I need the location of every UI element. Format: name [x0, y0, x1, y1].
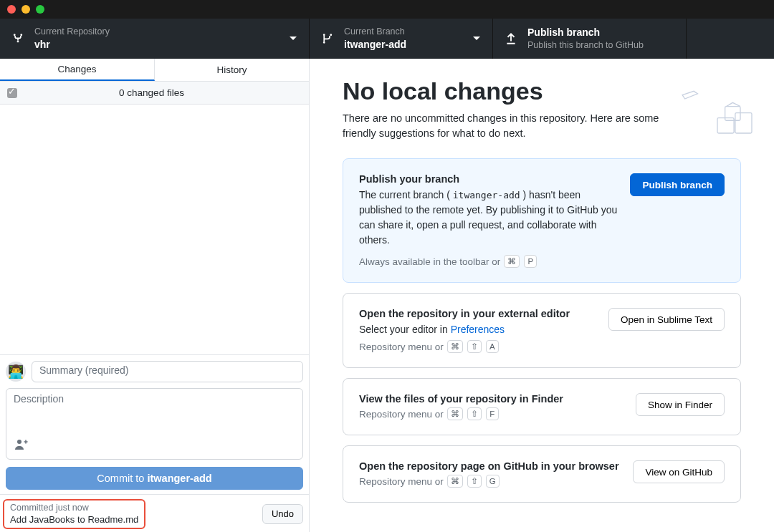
- branch-switcher[interactable]: Current Branch itwanger-add: [310, 19, 493, 59]
- app-toolbar: Current Repository vhr Current Branch it…: [0, 19, 774, 59]
- empty-state-heading: No local changes: [343, 77, 741, 105]
- card-github-title: Open the repository page on GitHub in yo…: [359, 460, 621, 472]
- svg-rect-3: [725, 107, 740, 121]
- last-commit-banner: Committed just now Add JavaBooks to Read…: [0, 494, 309, 532]
- tab-changes[interactable]: Changes: [0, 59, 155, 81]
- kbd-shift: ⇧: [467, 407, 482, 420]
- changes-sidebar: Changes History 0 changed files 👨‍💻 Summ…: [0, 59, 310, 532]
- add-co-authors-button[interactable]: [14, 432, 295, 455]
- kbd-g: G: [486, 475, 500, 488]
- branch-icon: [321, 32, 334, 45]
- preferences-link[interactable]: Preferences: [451, 324, 505, 335]
- kbd-a: A: [486, 340, 499, 353]
- card-editor-title: Open the repository in your external edi…: [359, 308, 597, 319]
- kbd-cmd: ⌘: [447, 407, 463, 420]
- window-minimize-button[interactable]: [22, 5, 30, 14]
- commit-description-input[interactable]: Description: [14, 393, 295, 432]
- repo-fork-icon: [11, 32, 24, 45]
- commit-button[interactable]: Commit to itwanger-add: [6, 467, 303, 490]
- publish-title: Publish branch: [527, 26, 644, 39]
- card-publish-branch-name: itwanger-add: [453, 190, 520, 200]
- undo-commit-button[interactable]: Undo: [262, 504, 303, 524]
- branch-name: itwanger-add: [344, 38, 406, 52]
- title-bar: [0, 0, 774, 19]
- repository-name: vhr: [34, 38, 110, 52]
- open-in-editor-button[interactable]: Open in Sublime Text: [608, 308, 725, 331]
- card-publish-branch: Publish your branch The current branch (…: [343, 158, 741, 283]
- view-on-github-button[interactable]: View on GitHub: [633, 460, 725, 483]
- show-in-finder-button[interactable]: Show in Finder: [636, 393, 725, 416]
- kbd-p: P: [524, 255, 537, 268]
- publish-branch-toolbar-button[interactable]: Publish branch Publish this branch to Gi…: [493, 19, 687, 59]
- card-show-finder: View the files of your repository in Fin…: [343, 378, 741, 435]
- window-close-button[interactable]: [7, 5, 16, 14]
- svg-rect-2: [735, 113, 752, 133]
- svg-rect-1: [717, 118, 734, 133]
- svg-point-0: [17, 440, 22, 444]
- card-view-github: Open the repository page on GitHub in yo…: [343, 445, 741, 503]
- publish-subtitle: Publish this branch to GitHub: [527, 39, 644, 52]
- card-open-editor: Open the repository in your external edi…: [343, 293, 741, 368]
- chevron-down-icon: [472, 36, 481, 42]
- branch-label: Current Branch: [344, 26, 406, 38]
- publish-branch-button[interactable]: Publish branch: [630, 173, 725, 196]
- window-maximize-button[interactable]: [36, 5, 44, 14]
- last-commit-message: Add JavaBooks to Readme.md: [10, 513, 138, 526]
- kbd-f: F: [486, 407, 499, 420]
- sidebar-tabs: Changes History: [0, 59, 309, 82]
- empty-state-subtext: There are no uncommitted changes in this…: [343, 111, 665, 141]
- select-all-checkbox[interactable]: [7, 88, 17, 98]
- card-finder-title: View the files of your repository in Fin…: [359, 393, 624, 405]
- kbd-cmd: ⌘: [447, 475, 463, 488]
- upload-icon: [505, 32, 517, 45]
- changes-select-all-row[interactable]: 0 changed files: [0, 82, 309, 105]
- kbd-cmd: ⌘: [447, 340, 463, 353]
- kbd-shift: ⇧: [467, 340, 482, 353]
- kbd-cmd: ⌘: [504, 255, 520, 268]
- avatar: 👨‍💻: [6, 362, 26, 382]
- kbd-shift: ⇧: [467, 475, 482, 488]
- card-publish-title: Publish your branch: [359, 173, 618, 185]
- changed-files-count: 0 changed files: [1, 87, 302, 98]
- commit-composer: 👨‍💻 Summary (required) Description Commi…: [0, 354, 309, 494]
- repository-switcher[interactable]: Current Repository vhr: [0, 19, 310, 59]
- empty-state-content: No local changes There are no uncommitte…: [310, 59, 774, 532]
- commit-summary-input[interactable]: Summary (required): [32, 361, 303, 382]
- tab-history[interactable]: History: [155, 59, 309, 81]
- chevron-down-icon: [289, 36, 297, 42]
- last-commit-time: Committed just now: [10, 502, 138, 514]
- repository-label: Current Repository: [34, 26, 110, 38]
